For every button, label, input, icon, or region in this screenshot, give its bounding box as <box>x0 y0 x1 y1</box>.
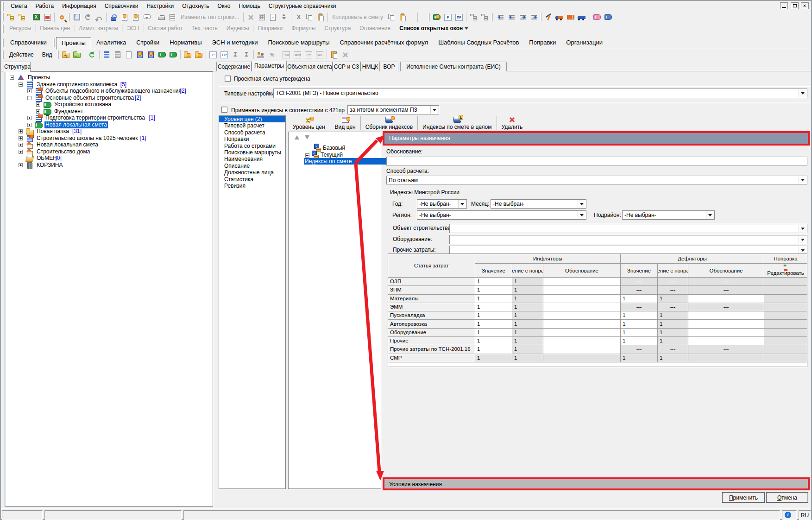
tab-structure[interactable]: Структура <box>4 62 31 72</box>
main-tab-8[interactable]: Справочник расчётных формул <box>335 37 434 49</box>
tree-structure-icon[interactable] <box>5 12 16 22</box>
f3-icon[interactable]: ФЗ <box>314 50 325 60</box>
tree-move-icon[interactable] <box>16 12 27 22</box>
cut-icon[interactable] <box>293 12 304 22</box>
dropdown-arrow-icon[interactable] <box>458 200 466 208</box>
tree-item-label[interactable]: Проекты <box>27 74 51 81</box>
right-tab-3[interactable]: Объектная смета <box>287 62 333 71</box>
panel-btn-7[interactable]: Индексы <box>222 25 254 32</box>
dropdown-arrow-icon[interactable] <box>578 200 585 208</box>
tree-item-label[interactable]: Строительство дома <box>36 148 91 155</box>
main-tab-3[interactable]: Аналитика <box>91 37 131 49</box>
justification-input[interactable] <box>386 157 807 165</box>
cancel-button[interactable]: Отмена <box>766 492 808 503</box>
expand-icon[interactable] <box>19 136 23 140</box>
tree-item-label[interactable]: Основные объекты строительства <box>44 95 135 101</box>
house-gear2-icon[interactable] <box>193 50 204 60</box>
calculator-icon[interactable] <box>256 12 267 22</box>
menu-9[interactable]: Структурные справочники <box>264 2 340 10</box>
folder-up-icon[interactable]: ↰ <box>60 50 71 60</box>
indent-left-icon[interactable] <box>494 12 505 22</box>
tree-edit-icon[interactable] <box>468 12 479 22</box>
panel-btn-4[interactable]: ЭСН <box>123 25 144 32</box>
undo-icon[interactable] <box>94 12 105 22</box>
dropdown-arrow-icon[interactable] <box>578 211 585 219</box>
expand-icon[interactable] <box>27 89 31 93</box>
right-tab-6[interactable]: ВОР <box>380 62 398 71</box>
main-tab-2[interactable]: Проекты <box>56 37 91 50</box>
edit-row-icon[interactable]: ≡ <box>119 12 130 22</box>
tree-item-label[interactable]: Новая локальная смета <box>44 121 108 128</box>
print-icon[interactable] <box>156 12 167 22</box>
x-gray-icon[interactable] <box>340 50 351 60</box>
indent-right-icon[interactable] <box>516 12 528 22</box>
lock-icon[interactable] <box>108 12 119 22</box>
panel-btn-9[interactable]: Формулы <box>287 25 320 32</box>
doc-p-icon[interactable]: P <box>442 12 453 22</box>
level-item-label[interactable]: Базовый <box>323 145 345 151</box>
expand-icon[interactable] <box>36 102 40 107</box>
sort-icon[interactable] <box>278 12 290 22</box>
dropdown-arrow-icon[interactable] <box>706 211 714 219</box>
open-windows-button[interactable]: Список открытых окон <box>395 25 472 32</box>
tree-edit-x-icon[interactable] <box>479 12 490 22</box>
expand-icon[interactable] <box>36 109 40 114</box>
levels-btn-4[interactable]: ΣИндексы по смете в целом <box>418 115 496 130</box>
levels-btn-3[interactable]: Сборник индексов <box>361 115 417 130</box>
main-tab-9[interactable]: Шаблоны Сводных Расчётов <box>433 37 524 49</box>
menu-3[interactable]: Информация <box>58 2 100 10</box>
building-blue-icon[interactable] <box>101 50 112 60</box>
panel-btn-11[interactable]: Оглавление <box>355 25 395 32</box>
panel-btn-5[interactable]: Состав работ <box>144 25 187 32</box>
minimize-button[interactable] <box>780 2 788 9</box>
excel-export-icon[interactable]: X <box>31 12 42 22</box>
main-tab-11[interactable]: Организации <box>561 37 608 49</box>
settings-item-3[interactable]: Способ расчета <box>219 129 285 136</box>
menu-1[interactable]: Смета <box>6 2 31 10</box>
main-tab-7[interactable]: Поисковые маршруты <box>263 37 334 49</box>
bricks-icon[interactable] <box>565 12 576 22</box>
move-down-button[interactable] <box>303 134 311 142</box>
dropdown-arrow-icon[interactable] <box>799 236 806 243</box>
month-select[interactable]: -Не выбран- <box>491 199 586 209</box>
main-tab-1[interactable]: Справочники <box>5 37 52 49</box>
dropdown-arrow-icon[interactable] <box>799 89 806 97</box>
panel-btn-8[interactable]: Поправки <box>254 25 287 32</box>
tree-item-label[interactable]: Новая папка <box>36 128 70 135</box>
m29-icon[interactable]: М29 <box>292 50 303 60</box>
close-button[interactable]: × <box>801 2 809 9</box>
menu-7[interactable]: Окно <box>214 2 235 10</box>
settings-item-7[interactable]: Наименования <box>219 156 285 162</box>
equipment-select[interactable] <box>449 235 807 244</box>
menu-4[interactable]: Справочники <box>101 2 143 10</box>
down-icon[interactable] <box>241 50 252 60</box>
main-tab-6[interactable]: ЭСН и методики <box>207 37 263 49</box>
doc-pr-icon[interactable]: ПР <box>453 12 465 22</box>
indent-left2-icon[interactable] <box>505 12 516 22</box>
apply-indexes-mode-select[interactable]: за итогом к элементам ПЗ <box>347 105 439 114</box>
expand-icon[interactable] <box>27 116 31 120</box>
dropdown-arrow-icon[interactable] <box>430 106 438 114</box>
truck-blue-icon[interactable] <box>576 12 587 22</box>
typical-settings-field[interactable]: ТСН-2001 (МГЭ) - Новое строительство <box>273 89 807 98</box>
levels-btn-1[interactable]: Уровень цен <box>288 115 330 130</box>
level-item-2[interactable]: Текущий <box>305 151 343 158</box>
restore-button[interactable] <box>791 2 799 9</box>
truck-orange-icon[interactable] <box>554 12 565 22</box>
right-tab-1[interactable]: Содержание <box>216 62 252 71</box>
collapse-icon[interactable] <box>305 153 309 158</box>
paste-icon[interactable] <box>315 12 326 22</box>
right-tab-4[interactable]: ССР и СЗ <box>333 62 360 71</box>
right-tab-7[interactable]: Исполнение Сметы контракта (ЕИС) <box>400 62 507 71</box>
settings-item-11[interactable]: Ревизия <box>219 183 285 189</box>
yellow-doc-icon[interactable] <box>328 50 340 60</box>
doc-add-icon[interactable]: + <box>267 12 278 22</box>
doc-p2-icon[interactable]: P <box>208 50 219 60</box>
expand-icon[interactable] <box>19 129 23 133</box>
object2-icon[interactable] <box>145 50 157 60</box>
collapse-icon[interactable] <box>19 82 23 87</box>
edit-label[interactable]: Редактировать <box>767 271 804 276</box>
approved-checkbox[interactable] <box>225 76 231 82</box>
edit-row2-icon[interactable]: ≡ <box>130 12 141 22</box>
edit-icon[interactable] <box>783 265 788 271</box>
